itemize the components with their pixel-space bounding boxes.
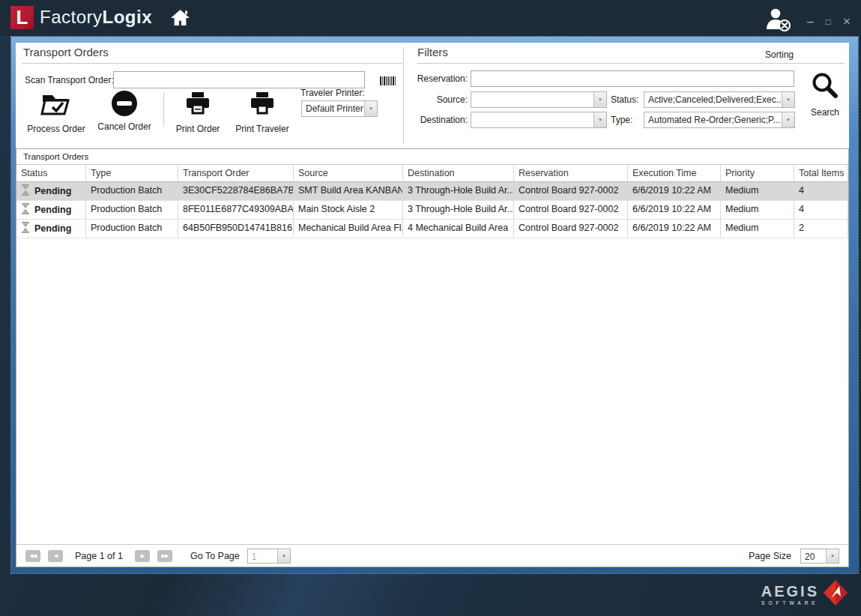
row-destination: 3 Through-Hole Build Ar... xyxy=(403,201,514,219)
row-reservation: Control Board 927-0002 xyxy=(514,182,628,200)
close-button[interactable]: × xyxy=(843,15,851,28)
row-total-items: 4 xyxy=(794,201,848,219)
row-source: SMT Build Area KANBAN... xyxy=(294,182,403,200)
transport-orders-grid: Transport Orders Status Type Transport O… xyxy=(16,148,849,567)
row-reservation: Control Board 927-0002 xyxy=(514,201,628,219)
logout-user-icon[interactable] xyxy=(764,7,791,35)
main-window-frame: Transport Orders Scan Transport Order: P… xyxy=(11,37,858,573)
last-page-button[interactable]: ▶▶ xyxy=(157,550,172,562)
barcode-icon xyxy=(380,75,396,88)
traveler-printer-select[interactable]: Default Printer ▼ xyxy=(301,100,378,117)
page-size-value: 20 xyxy=(801,549,826,563)
cancel-order-icon xyxy=(112,91,137,116)
table-row[interactable]: Pending Production Batch 64B50FB950D1474… xyxy=(16,220,848,238)
go-to-page-select[interactable]: 1 ▼ xyxy=(247,549,291,564)
grid-section-title-text: Transport Orders xyxy=(23,152,88,161)
row-type: Production Batch xyxy=(86,220,178,238)
status-value: Active;Canceled;Delivered;Exec... xyxy=(644,92,782,107)
column-header-total-items[interactable]: Total Items xyxy=(794,165,848,181)
source-value xyxy=(471,92,593,107)
toolbar-separator xyxy=(163,92,164,127)
row-status: Pending xyxy=(34,223,71,234)
row-reservation: Control Board 927-0002 xyxy=(514,220,628,238)
brand-light: Factory xyxy=(40,7,103,27)
row-priority: Medium xyxy=(721,201,794,219)
go-to-page-value: 1 xyxy=(248,549,277,563)
chevron-down-icon: ▼ xyxy=(593,92,606,107)
column-header-reservation[interactable]: Reservation xyxy=(514,165,628,181)
row-type: Production Batch xyxy=(86,182,178,200)
hourglass-icon xyxy=(21,222,30,235)
print-order-button[interactable]: Print Order xyxy=(170,91,226,134)
process-order-button[interactable]: Process Order xyxy=(22,91,91,134)
print-traveler-icon xyxy=(250,91,275,118)
aegis-logo: AEGIS SOFTWARE xyxy=(761,579,849,610)
sorting-link[interactable]: Sorting xyxy=(765,49,794,60)
main-content: Transport Orders Scan Transport Order: P… xyxy=(16,43,849,567)
reservation-input[interactable] xyxy=(471,70,794,87)
row-transport-order: 64B50FB950D14741B816... xyxy=(178,220,294,238)
status-select[interactable]: Active;Canceled;Delivered;Exec... ▼ xyxy=(644,91,795,108)
row-transport-order: 8FE011E6877C49309ABA... xyxy=(178,201,294,219)
title-bar: L FactoryLogix – □ × xyxy=(0,0,861,36)
hourglass-icon xyxy=(21,203,30,217)
row-destination: 3 Through-Hole Build Ar... xyxy=(403,182,514,200)
row-execution-time: 6/6/2019 10:22 AM xyxy=(628,182,721,200)
panel-divider xyxy=(403,47,404,143)
chevron-down-icon: ▼ xyxy=(782,112,794,127)
cancel-order-label: Cancel Order xyxy=(97,121,151,132)
scan-transport-order-label: Scan Transport Order: xyxy=(25,75,114,85)
page-indicator: Page 1 of 1 xyxy=(75,551,123,561)
column-header-status[interactable]: Status xyxy=(16,165,86,181)
column-header-execution-time[interactable]: Execution Time xyxy=(628,165,721,181)
table-row[interactable]: Pending Production Batch 3E30CF5228784E8… xyxy=(16,182,848,201)
page-size-select[interactable]: 20 ▼ xyxy=(800,549,839,564)
chevron-down-icon: ▼ xyxy=(826,549,839,563)
type-select[interactable]: Automated Re-Order;Generic;P... ▼ xyxy=(644,112,795,128)
go-to-page-label: Go To Page xyxy=(190,551,240,561)
row-source: Mechanical Build Area Fl... xyxy=(294,220,403,238)
home-icon[interactable] xyxy=(170,8,190,30)
destination-label: Destination: xyxy=(404,115,468,125)
divider xyxy=(417,63,845,64)
row-priority: Medium xyxy=(721,182,794,200)
aegis-diamond-icon xyxy=(822,579,849,610)
maximize-button[interactable]: □ xyxy=(826,17,831,26)
column-header-priority[interactable]: Priority xyxy=(721,165,794,181)
row-total-items: 4 xyxy=(794,182,848,200)
first-page-button[interactable]: ◀◀ xyxy=(25,550,40,562)
next-page-button[interactable]: ▶ xyxy=(135,550,150,562)
traveler-printer-value: Default Printer xyxy=(302,101,364,116)
type-value: Automated Re-Order;Generic;P... xyxy=(644,112,782,127)
scan-transport-order-input[interactable] xyxy=(113,71,365,88)
brand-bold: Logix xyxy=(103,7,153,27)
process-order-icon xyxy=(40,91,73,118)
previous-page-button[interactable]: ◀ xyxy=(48,550,63,562)
destination-select[interactable]: ▼ xyxy=(471,112,607,128)
traveler-printer-label: Traveler Printer: xyxy=(300,88,365,98)
reservation-label: Reservation: xyxy=(411,73,468,84)
print-traveler-label: Print Traveler xyxy=(235,124,288,134)
minimize-button[interactable]: – xyxy=(807,16,814,28)
chevron-down-icon: ▼ xyxy=(593,112,606,127)
print-order-label: Print Order xyxy=(176,124,220,134)
cancel-order-button[interactable]: Cancel Order xyxy=(92,91,157,132)
chevron-down-icon: ▼ xyxy=(364,101,377,116)
row-total-items: 2 xyxy=(794,220,848,238)
logo-letter: L xyxy=(16,6,28,29)
row-source: Main Stock Aisle 2 xyxy=(294,201,403,219)
table-row[interactable]: Pending Production Batch 8FE011E6877C493… xyxy=(16,201,848,220)
divider xyxy=(22,63,402,64)
column-header-source[interactable]: Source xyxy=(294,165,403,181)
chevron-down-icon: ▼ xyxy=(277,549,290,563)
row-transport-order: 3E30CF5228784E86BA7B... xyxy=(178,182,294,200)
hourglass-icon xyxy=(21,184,30,198)
column-header-transport-order[interactable]: Transport Order xyxy=(178,165,294,181)
page-size-label: Page Size xyxy=(749,551,791,561)
search-button[interactable]: Search xyxy=(804,71,846,118)
column-header-destination[interactable]: Destination xyxy=(403,165,514,181)
print-traveler-button[interactable]: Print Traveler xyxy=(229,91,296,134)
column-header-type[interactable]: Type xyxy=(86,165,178,181)
source-select[interactable]: ▼ xyxy=(471,91,607,108)
row-priority: Medium xyxy=(721,220,794,238)
